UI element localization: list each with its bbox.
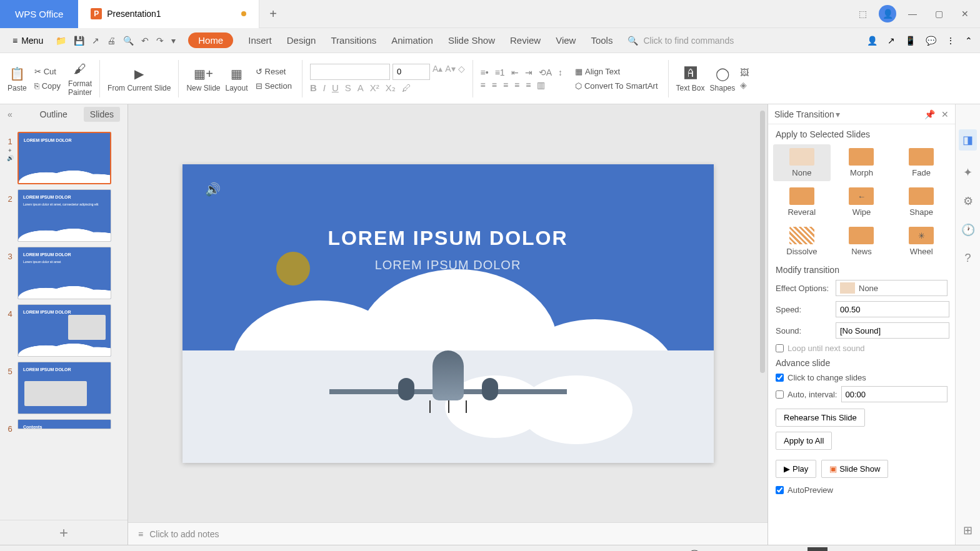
- phone-icon[interactable]: 📱: [905, 36, 916, 46]
- transition-news[interactable]: News: [833, 223, 891, 260]
- slides-tab[interactable]: Slides: [84, 107, 120, 122]
- speaker-icon[interactable]: 🔊: [205, 182, 221, 197]
- slide-canvas[interactable]: 🔊 LOREM IPSUM DOLOR LOREM IPSUM DOLOR: [182, 164, 714, 463]
- comments-icon[interactable]: 💬: [926, 36, 936, 46]
- play-transition-button[interactable]: ▶Play: [776, 460, 816, 478]
- apply-all-button[interactable]: Apply to All: [776, 432, 832, 450]
- slideshow-play-button[interactable]: ▶: [808, 547, 828, 552]
- transition-morph[interactable]: Morph: [833, 144, 891, 181]
- transition-wheel[interactable]: ✳Wheel: [892, 223, 950, 260]
- decrease-indent-icon[interactable]: ⇤: [511, 67, 519, 77]
- save-icon[interactable]: 💾: [74, 36, 84, 46]
- collapse-panel-icon[interactable]: «: [8, 109, 12, 119]
- pin-icon[interactable]: 📌: [924, 109, 935, 119]
- help-panel-icon[interactable]: ?: [964, 252, 971, 265]
- paste-button[interactable]: 📋 Paste: [8, 65, 27, 92]
- vertical-scrollbar[interactable]: [760, 111, 765, 373]
- slide-thumb-4[interactable]: LOREM IPSUM DOLOR: [18, 304, 111, 357]
- grid-panel-icon[interactable]: ⊞: [963, 524, 972, 537]
- slide-title[interactable]: LOREM IPSUM DOLOR: [182, 227, 714, 250]
- decrease-font-icon[interactable]: A▾: [445, 64, 455, 80]
- customize-toolbar-icon[interactable]: ▾: [171, 36, 176, 46]
- tab-animation[interactable]: Animation: [391, 35, 433, 46]
- copy-button[interactable]: ⎘Copy: [32, 80, 63, 92]
- distribute-icon[interactable]: ≡: [526, 80, 531, 90]
- print-preview-icon[interactable]: 🔍: [123, 36, 134, 46]
- picture-icon[interactable]: 🖼: [740, 67, 749, 77]
- bullets-icon[interactable]: ≡•: [481, 67, 489, 77]
- new-tab-button[interactable]: +: [259, 0, 288, 28]
- tab-home[interactable]: Home: [188, 32, 233, 48]
- sorter-view-icon[interactable]: ⊞: [764, 547, 781, 552]
- text-box-button[interactable]: 🅰 Text Box: [676, 65, 705, 92]
- slide-thumb-5[interactable]: LOREM IPSUM DOLOR: [18, 362, 111, 414]
- clear-format-icon[interactable]: ◇: [458, 64, 465, 80]
- tab-design[interactable]: Design: [287, 35, 316, 46]
- transition-dissolve[interactable]: Dissolve: [773, 223, 831, 260]
- normal-view-icon[interactable]: ▣: [745, 547, 762, 552]
- increase-indent-icon[interactable]: ⇥: [525, 67, 532, 77]
- tab-insert[interactable]: Insert: [248, 35, 272, 46]
- outline-tab[interactable]: Outline: [34, 107, 74, 122]
- add-slide-button[interactable]: +: [0, 520, 128, 545]
- print-icon[interactable]: 🖨: [107, 36, 116, 46]
- export-icon[interactable]: ↗: [92, 36, 99, 46]
- redo-icon[interactable]: ↷: [156, 36, 164, 46]
- font-color-icon[interactable]: A: [358, 82, 364, 94]
- align-right-icon[interactable]: ≡: [503, 80, 508, 90]
- slide-thumb-1[interactable]: LOREM IPSUM DOLOR: [18, 132, 111, 184]
- font-size-input[interactable]: [392, 64, 430, 80]
- format-painter-button[interactable]: 🖌 Format Painter: [68, 61, 92, 97]
- increase-font-icon[interactable]: A▴: [432, 64, 442, 80]
- share-icon[interactable]: ↗: [888, 36, 895, 46]
- slideshow-button[interactable]: ▣Slide Show: [821, 460, 888, 478]
- properties-panel-icon[interactable]: ⚙: [963, 194, 973, 208]
- main-menu-button[interactable]: ≡ Menu: [8, 33, 48, 48]
- effects-panel-icon[interactable]: ✦: [963, 166, 972, 179]
- superscript-icon[interactable]: X²: [370, 82, 379, 94]
- italic-icon[interactable]: I: [323, 82, 326, 94]
- user-avatar-icon[interactable]: 👤: [879, 5, 896, 22]
- shapes-button[interactable]: ◯ Shapes: [710, 65, 736, 92]
- pane-title[interactable]: Slide Transition: [774, 109, 834, 119]
- window-layout-icon[interactable]: ⬚: [852, 4, 872, 24]
- notes-area[interactable]: ≡ Click to add notes: [128, 522, 768, 545]
- slide-thumb-6[interactable]: Contents: [18, 419, 111, 429]
- auto-interval-input[interactable]: [841, 386, 948, 402]
- speed-input[interactable]: [836, 301, 949, 317]
- font-family-input[interactable]: [310, 64, 390, 80]
- maximize-icon[interactable]: ▢: [929, 4, 949, 24]
- justify-icon[interactable]: ≡: [514, 80, 519, 90]
- columns-icon[interactable]: ▥: [537, 80, 545, 90]
- tab-tools[interactable]: Tools: [591, 35, 612, 46]
- align-center-icon[interactable]: ≡: [492, 80, 497, 90]
- highlight-icon[interactable]: 🖊: [402, 82, 411, 94]
- autopreview-checkbox[interactable]: [776, 486, 784, 494]
- tab-transitions[interactable]: Transitions: [331, 35, 376, 46]
- numbering-icon[interactable]: ≡1: [495, 67, 505, 77]
- more-icon[interactable]: ⋮: [946, 36, 955, 46]
- effect-options-value[interactable]: None: [859, 284, 878, 293]
- reading-view-icon[interactable]: ▭: [782, 547, 800, 552]
- loop-checkbox[interactable]: [776, 344, 784, 352]
- tab-review[interactable]: Review: [510, 35, 541, 46]
- from-current-slide-button[interactable]: ▶ From Current Slide: [108, 65, 171, 92]
- new-slide-button[interactable]: ▦+ New Slide: [186, 65, 220, 92]
- rehearse-button[interactable]: Rehearse This Slide: [776, 409, 865, 427]
- slide-thumb-2[interactable]: LOREM IPSUM DOLORLorem ipsum dolor sit a…: [18, 189, 111, 242]
- user-icon[interactable]: 👤: [867, 36, 878, 46]
- transition-none[interactable]: None: [773, 144, 831, 181]
- transition-reveral[interactable]: Reveral: [773, 184, 831, 221]
- section-button[interactable]: ⊟Section: [253, 80, 294, 92]
- command-search[interactable]: 🔍 Click to find commands: [628, 36, 734, 46]
- auto-interval-checkbox[interactable]: [776, 390, 784, 399]
- underline-icon[interactable]: U: [332, 82, 339, 94]
- align-text-button[interactable]: ▦Align Text: [572, 66, 661, 77]
- strikethrough-icon[interactable]: S: [345, 82, 351, 94]
- close-icon[interactable]: ✕: [955, 4, 975, 24]
- transition-fade[interactable]: Fade: [892, 144, 950, 181]
- transition-wipe[interactable]: ←Wipe: [833, 184, 891, 221]
- align-left-icon[interactable]: ≡: [481, 80, 486, 90]
- more-shapes-icon[interactable]: ◈: [740, 80, 749, 90]
- subscript-icon[interactable]: X₂: [386, 82, 396, 94]
